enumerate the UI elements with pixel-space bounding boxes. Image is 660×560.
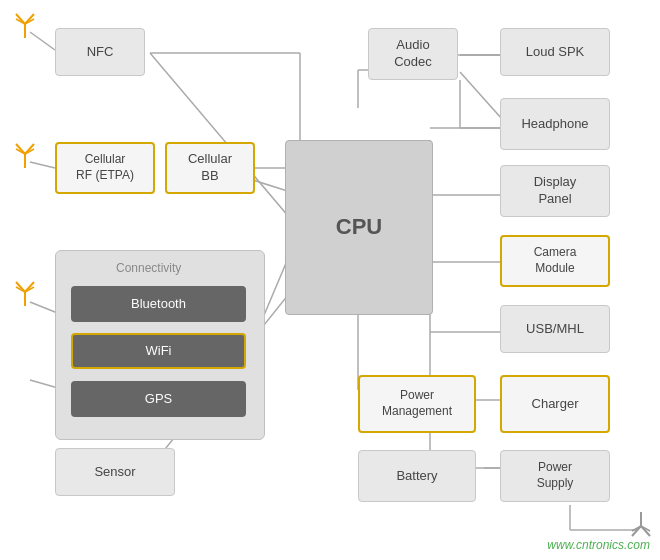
power-management-block: Power Management [358, 375, 476, 433]
wifi-block: WiFi [71, 333, 246, 369]
camera-module-block: Camera Module [500, 235, 610, 287]
antenna-3 [14, 278, 36, 308]
cellular-rf-label: Cellular RF (ETPA) [76, 152, 134, 183]
power-supply-label: Power Supply [537, 460, 574, 491]
nfc-label: NFC [87, 44, 114, 61]
antenna-2 [14, 140, 36, 170]
cellular-rf-block: Cellular RF (ETPA) [55, 142, 155, 194]
diagram: NFC Audio Codec Loud SPK Headphone Cellu… [0, 0, 660, 560]
antenna-1 [14, 10, 36, 40]
sensor-label: Sensor [94, 464, 135, 481]
loud-spk-label: Loud SPK [526, 44, 585, 61]
audio-codec-block: Audio Codec [368, 28, 458, 80]
bluetooth-label: Bluetooth [131, 296, 186, 313]
antenna-4 [630, 510, 652, 540]
headphone-block: Headphone [500, 98, 610, 150]
usb-mhl-block: USB/MHL [500, 305, 610, 353]
display-panel-label: Display Panel [534, 174, 577, 208]
nfc-block: NFC [55, 28, 145, 76]
gps-block: GPS [71, 381, 246, 417]
charger-label: Charger [532, 396, 579, 413]
cpu-block: CPU [285, 140, 433, 315]
cellular-bb-block: Cellular BB [165, 142, 255, 194]
loud-spk-block: Loud SPK [500, 28, 610, 76]
connectivity-label: Connectivity [116, 261, 181, 275]
cpu-label: CPU [336, 213, 382, 242]
power-management-label: Power Management [382, 388, 452, 419]
cellular-bb-label: Cellular BB [188, 151, 232, 185]
sensor-block: Sensor [55, 448, 175, 496]
watermark: www.cntronics.com [547, 538, 650, 552]
headphone-label: Headphone [521, 116, 588, 133]
battery-block: Battery [358, 450, 476, 502]
audio-codec-label: Audio Codec [394, 37, 432, 71]
gps-label: GPS [145, 391, 172, 408]
charger-block: Charger [500, 375, 610, 433]
wifi-label: WiFi [146, 343, 172, 360]
display-panel-block: Display Panel [500, 165, 610, 217]
power-supply-block: Power Supply [500, 450, 610, 502]
usb-mhl-label: USB/MHL [526, 321, 584, 338]
battery-label: Battery [396, 468, 437, 485]
connectivity-group: Connectivity Bluetooth WiFi GPS [55, 250, 265, 440]
camera-module-label: Camera Module [534, 245, 577, 276]
bluetooth-block: Bluetooth [71, 286, 246, 322]
